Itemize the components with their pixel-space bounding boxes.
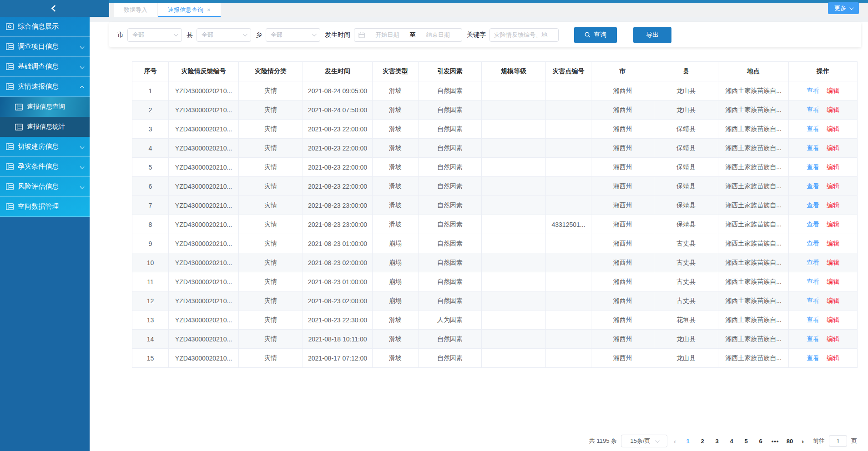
cell-county: 保靖县 xyxy=(654,215,718,234)
goto-page-input[interactable] xyxy=(829,435,847,447)
next-page-button[interactable]: › xyxy=(799,437,806,445)
edit-link[interactable]: 编辑 xyxy=(827,106,839,113)
page-number-80[interactable]: 80 xyxy=(784,438,795,445)
sidebar-subitem-2[interactable]: 速报信息统计 xyxy=(0,117,90,137)
edit-link[interactable]: 编辑 xyxy=(827,316,839,323)
filter-toolbar: 市 全部 县 全部 乡 全部 发生时间 开始日期 至 结束日期 关 xyxy=(109,22,861,47)
table-row: 9YZD43000020210...灾情2021-08-23 01:00:00崩… xyxy=(132,234,858,253)
view-link[interactable]: 查看 xyxy=(807,240,819,247)
view-link[interactable]: 查看 xyxy=(807,297,819,304)
view-link[interactable]: 查看 xyxy=(807,87,819,94)
view-link[interactable]: 查看 xyxy=(807,354,819,361)
edit-link[interactable]: 编辑 xyxy=(827,259,839,266)
edit-link[interactable]: 编辑 xyxy=(827,201,839,209)
keyword-input[interactable] xyxy=(490,28,559,42)
edit-link[interactable]: 编辑 xyxy=(827,240,839,247)
table-row: 14YZD43000020210...灾情2021-08-18 10:11:00… xyxy=(132,330,858,349)
cell-location: 湘西土家族苗族自... xyxy=(718,120,789,139)
date-range-input[interactable]: 开始日期 至 结束日期 xyxy=(354,28,462,42)
end-date-placeholder[interactable]: 结束日期 xyxy=(419,31,458,39)
sidebar-item-1[interactable]: 综合信息展示 xyxy=(0,17,90,37)
sidebar-item-3[interactable]: 基础调查信息 xyxy=(0,57,90,77)
edit-link[interactable]: 编辑 xyxy=(827,220,839,228)
table-row: 8YZD43000020210...灾情2021-08-23 23:00:00滑… xyxy=(132,215,858,234)
sidebar-menu: 综合信息展示调查项目信息基础调查信息灾情速报信息速报信息查询速报信息统计切坡建房… xyxy=(0,17,90,217)
edit-link[interactable]: 编辑 xyxy=(827,354,839,361)
export-button[interactable]: 导出 xyxy=(633,27,671,43)
cell-location: 湘西土家族苗族自... xyxy=(718,100,789,120)
view-link[interactable]: 查看 xyxy=(807,125,819,132)
cell-category: 灾情 xyxy=(239,349,303,368)
sidebar-item-8[interactable]: 空间数据管理 xyxy=(0,197,90,217)
column-header: 灾险情分类 xyxy=(239,62,303,81)
sidebar-item-5[interactable]: 切坡建房信息 xyxy=(0,137,90,157)
page-number-6[interactable]: 6 xyxy=(755,438,766,445)
town-filter-label: 乡 xyxy=(256,31,262,39)
sidebar-collapse-button[interactable] xyxy=(0,0,109,17)
cell-point-no xyxy=(546,349,591,368)
sidebar-item-2[interactable]: 调查项目信息 xyxy=(0,37,90,57)
page-ellipsis: ••• xyxy=(770,438,781,445)
sidebar-subitem-1[interactable]: 速报信息查询 xyxy=(0,97,90,117)
cell-category: 灾情 xyxy=(239,139,303,158)
cell-scale-level xyxy=(482,291,546,311)
view-link[interactable]: 查看 xyxy=(807,163,819,170)
cell-point-no xyxy=(546,253,591,272)
close-icon[interactable]: × xyxy=(207,7,211,13)
cell-scale-level xyxy=(482,253,546,272)
county-select[interactable]: 全部 xyxy=(197,28,251,42)
edit-link[interactable]: 编辑 xyxy=(827,87,839,94)
page-number-1[interactable]: 1 xyxy=(682,438,693,445)
tab-data-import[interactable]: 数据导入 xyxy=(114,3,157,17)
cell-index: 6 xyxy=(132,177,169,196)
search-button-label: 查询 xyxy=(594,31,606,39)
start-date-placeholder[interactable]: 开始日期 xyxy=(368,31,407,39)
page-number-5[interactable]: 5 xyxy=(741,438,752,445)
view-link[interactable]: 查看 xyxy=(807,106,819,113)
cell-location: 湘西土家族苗族自... xyxy=(718,158,789,177)
cell-actions: 查看编辑 xyxy=(789,330,858,349)
sidebar-item-6[interactable]: 孕灾条件信息 xyxy=(0,157,90,177)
search-button[interactable]: 查询 xyxy=(574,27,617,43)
goto-unit: 页 xyxy=(851,437,857,445)
cell-city: 湘西州 xyxy=(591,291,654,311)
cell-feedback-no: YZD43000020210... xyxy=(169,330,239,349)
cell-index: 4 xyxy=(132,139,169,158)
view-link[interactable]: 查看 xyxy=(807,201,819,209)
page-number-3[interactable]: 3 xyxy=(712,438,722,445)
edit-link[interactable]: 编辑 xyxy=(827,278,839,285)
edit-link[interactable]: 编辑 xyxy=(827,125,839,132)
page-number-4[interactable]: 4 xyxy=(726,438,737,445)
edit-link[interactable]: 编辑 xyxy=(827,335,839,342)
cell-disaster-type: 滑坡 xyxy=(373,311,419,330)
city-select[interactable]: 全部 xyxy=(127,28,182,42)
view-link[interactable]: 查看 xyxy=(807,144,819,151)
cell-index: 15 xyxy=(132,349,169,368)
more-button[interactable]: 更多 xyxy=(828,2,859,14)
cell-index: 12 xyxy=(132,291,169,311)
sidebar-item-4[interactable]: 灾情速报信息 xyxy=(0,77,90,97)
edit-link[interactable]: 编辑 xyxy=(827,182,839,190)
town-select-value: 全部 xyxy=(271,31,312,39)
view-link[interactable]: 查看 xyxy=(807,220,819,228)
cell-trigger-factor: 自然因素 xyxy=(419,330,482,349)
edit-link[interactable]: 编辑 xyxy=(827,144,839,151)
page-number-2[interactable]: 2 xyxy=(697,438,708,445)
view-link[interactable]: 查看 xyxy=(807,182,819,190)
view-link[interactable]: 查看 xyxy=(807,259,819,266)
view-link[interactable]: 查看 xyxy=(807,316,819,323)
chevron-down-icon xyxy=(80,45,85,49)
edit-link[interactable]: 编辑 xyxy=(827,163,839,170)
sidebar-item-label: 基础调查信息 xyxy=(18,62,59,71)
edit-link[interactable]: 编辑 xyxy=(827,297,839,304)
view-link[interactable]: 查看 xyxy=(807,335,819,342)
view-link[interactable]: 查看 xyxy=(807,278,819,285)
cell-actions: 查看编辑 xyxy=(789,234,858,253)
tab-report-query[interactable]: 速报信息查询 × xyxy=(158,3,221,17)
sidebar-item-7[interactable]: 风险评估信息 xyxy=(0,177,90,197)
page-size-select[interactable]: 15条/页 xyxy=(621,435,667,447)
prev-page-button[interactable]: ‹ xyxy=(671,437,678,445)
town-select[interactable]: 全部 xyxy=(266,28,320,42)
cell-trigger-factor: 自然因素 xyxy=(419,100,482,120)
cell-occur-time: 2021-08-23 01:00:00 xyxy=(303,234,373,253)
